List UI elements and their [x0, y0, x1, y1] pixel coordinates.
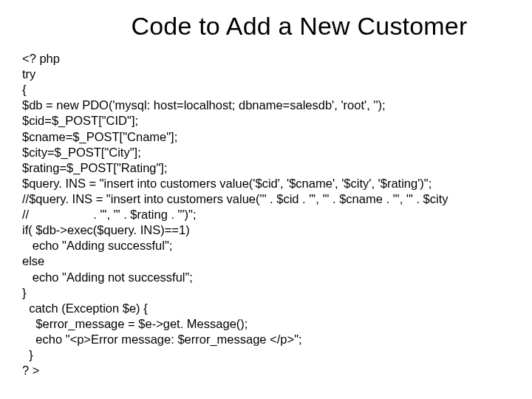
slide-title: Code to Add a New Customer: [89, 12, 510, 41]
slide: Code to Add a New Customer <? php try { …: [0, 0, 532, 399]
code-block: <? php try { $db = new PDO('mysql: host=…: [22, 51, 510, 378]
